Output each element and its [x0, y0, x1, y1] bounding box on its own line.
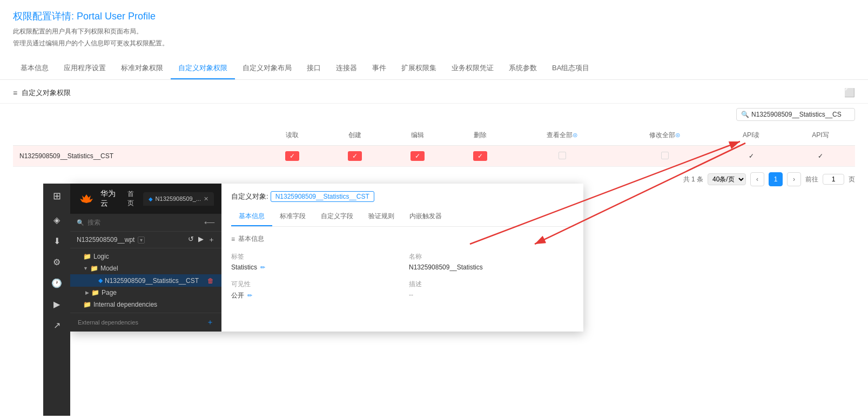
tab-biz-credentials[interactable]: 业务权限凭证: [444, 58, 501, 79]
add-icon[interactable]: ＋: [208, 235, 215, 245]
tab-ba-project[interactable]: BA组态项目: [544, 58, 597, 79]
detail-panel: 自定义对象: N1325908509__Statistics__CST 基本信息…: [221, 184, 583, 332]
detail-tab-triggers[interactable]: 内嵌触发器: [402, 207, 449, 226]
tab-interface[interactable]: 接口: [299, 58, 328, 79]
table-row: N1325908509__Statistics__CST ✓ ✓ ✓ ✓ ✓ ✓: [13, 146, 855, 167]
sidebar-tab-close[interactable]: ✕: [204, 195, 208, 202]
external-deps-label: External dependencies: [78, 319, 138, 326]
tree-node-logic[interactable]: 📁 Logic: [70, 251, 221, 262]
project-name: N1325908509__wpt: [77, 236, 134, 244]
row-delete: ✓: [449, 146, 512, 167]
detail-tab-validation[interactable]: 验证规则: [361, 207, 402, 226]
delete-tree-item-btn[interactable]: 🗑: [207, 277, 214, 285]
row-create: ✓: [324, 146, 386, 167]
huawei-logo: [78, 192, 95, 205]
page-header: 权限配置详情: Portal User Profile 此权限配置的用户具有下列…: [0, 0, 868, 52]
detail-header: 自定义对象: N1325908509__Statistics__CST 基本信息…: [221, 184, 583, 227]
tab-custom-layout[interactable]: 自定义对象布局: [235, 58, 299, 79]
sidebar-icon-layers[interactable]: ◈: [53, 215, 60, 225]
expand-icon: ▶: [85, 290, 89, 295]
tree-label: Logic: [93, 253, 109, 260]
project-dropdown[interactable]: ▾: [138, 236, 145, 244]
external-deps-section: External dependencies ＋: [70, 313, 221, 332]
search-box[interactable]: 🔍 N1325908509__Statistics__CS: [736, 108, 855, 121]
total-count: 共 1 条: [683, 175, 703, 184]
field-value-tag: Statistics ✏: [231, 263, 396, 271]
refresh-icon[interactable]: ↺: [188, 235, 194, 245]
field-label: 描述: [409, 280, 574, 289]
sidebar-icon-settings[interactable]: ⚙: [53, 257, 60, 267]
detail-tab-custom-fields[interactable]: 自定义字段: [313, 207, 361, 226]
detail-fields-grid: 标签 Statistics ✏ 名称 N1325908509__Statisti…: [231, 252, 574, 300]
tree-node-statistics[interactable]: ◆ N1325908509__Statistics__CST 🗑: [70, 274, 221, 287]
tab-sys-params[interactable]: 系统参数: [501, 58, 544, 79]
sidebar-tree: 📁 Logic ▼ 📁 Model ◆ N1325908509__Statist…: [70, 248, 221, 313]
detail-tabs: 基本信息 标准字段 自定义字段 验证规则 内嵌触发器: [231, 207, 574, 227]
tab-extend-permissions[interactable]: 扩展权限集: [394, 58, 444, 79]
col-modify-all: 修改全部⊙: [614, 125, 716, 146]
detail-content: ≡ 基本信息 标签 Statistics ✏ 名称: [221, 227, 583, 332]
permissions-table: 读取 创建 编辑 删除 查看全部⊙ 修改全部⊙ API读 API写 N13259…: [13, 125, 855, 167]
tab-connector[interactable]: 连接器: [328, 58, 365, 79]
run-icon[interactable]: ▶: [198, 235, 204, 245]
sidebar-active-tab[interactable]: ◆ N1325908509_... ✕: [143, 192, 214, 206]
col-api-write: API写: [786, 125, 855, 146]
field-value-visibility: 公开 ✏: [231, 291, 396, 300]
tree-node-model[interactable]: ▼ 📁 Model: [70, 262, 221, 274]
model-icon: ◆: [98, 277, 103, 284]
sidebar-icon-download[interactable]: ⬇: [53, 236, 60, 246]
edit-tag-btn[interactable]: ✏: [260, 264, 265, 271]
prev-page-btn[interactable]: ‹: [750, 172, 764, 186]
sidebar-icon-time[interactable]: 🕐: [51, 278, 62, 288]
field-visibility: 可见性 公开 ✏: [231, 280, 396, 300]
tree-node-page[interactable]: ▶ 📁 Page: [70, 287, 221, 299]
per-page-select[interactable]: 40条/页: [708, 173, 746, 185]
page-desc1: 此权限配置的用户具有下列权限和页面布局。 管理员通过编辑用户的个人信息即可更改其…: [13, 26, 855, 49]
page-unit: 页: [849, 175, 855, 184]
detail-tab-standard-fields[interactable]: 标准字段: [272, 207, 313, 226]
table-toolbar: 🔍 N1325908509__Statistics__CS: [0, 104, 868, 125]
tree-label: N1325908509__Statistics__CST: [105, 277, 199, 285]
sidebar-search-icon: 🔍: [77, 219, 84, 226]
current-page-btn[interactable]: 1: [769, 172, 783, 186]
folder-icon: 📁: [90, 265, 98, 272]
sidebar-icon-share[interactable]: ↗: [53, 320, 60, 330]
tab-event[interactable]: 事件: [365, 58, 394, 79]
detail-tab-basic[interactable]: 基本信息: [231, 207, 272, 226]
sidebar-search-input[interactable]: [88, 219, 201, 226]
row-view-all: [511, 146, 614, 167]
field-value-desc: --: [409, 291, 574, 299]
sidebar-collapse-btn[interactable]: ⟵: [204, 218, 215, 227]
expand-icon: ▼: [83, 266, 88, 271]
edit-visibility-btn[interactable]: ✏: [247, 292, 252, 299]
detail-section-icon: ≡: [231, 235, 235, 243]
section-header: ≡ 自定义对象权限 ⬜: [0, 80, 868, 104]
sidebar-icon-structure[interactable]: ⊞: [53, 190, 61, 202]
row-name: N1325908509__Statistics__CST: [13, 146, 261, 167]
add-external-dep-btn[interactable]: ＋: [206, 317, 214, 327]
search-input[interactable]: N1325908509__Statistics__CS: [751, 111, 849, 118]
tree-label: Internal dependencies: [93, 301, 157, 308]
tree-node-internal-deps[interactable]: 📁 Internal dependencies: [70, 299, 221, 310]
section-title: 自定义对象权限: [22, 88, 71, 98]
tab-standard-permissions[interactable]: 标准对象权限: [113, 58, 171, 79]
field-name: 名称 N1325908509__Statistics: [409, 252, 574, 271]
sidebar-icon-play[interactable]: ▶: [53, 299, 60, 309]
page-title: 权限配置详情: Portal User Profile: [13, 10, 855, 23]
field-label: 名称: [409, 252, 574, 261]
field-label: 标签: [231, 252, 396, 261]
field-description: 描述 --: [409, 280, 574, 300]
row-edit: ✓: [386, 146, 449, 167]
sidebar-home-link[interactable]: 首页: [127, 190, 136, 208]
next-page-btn[interactable]: ›: [787, 172, 801, 186]
col-api-read: API读: [716, 125, 785, 146]
detail-section-header: ≡ 基本信息: [231, 234, 574, 244]
goto-label: 前往: [805, 175, 818, 184]
tab-basic-info[interactable]: 基本信息: [13, 58, 56, 79]
col-read: 读取: [261, 125, 324, 146]
tab-app-settings[interactable]: 应用程序设置: [56, 58, 113, 79]
tab-custom-permissions[interactable]: 自定义对象权限: [171, 58, 235, 79]
collapse-icon[interactable]: ⬜: [844, 88, 855, 97]
goto-input[interactable]: [823, 174, 844, 185]
field-value-name: N1325908509__Statistics: [409, 263, 574, 271]
